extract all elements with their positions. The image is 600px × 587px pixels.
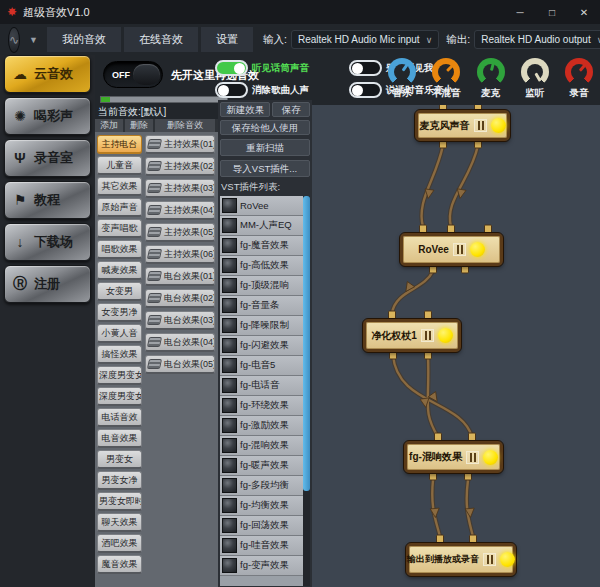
vst-plugin-item[interactable]: fg-回荡效果 (220, 516, 303, 536)
effect-preset[interactable]: 主持效果(04) (145, 201, 215, 220)
add-effect-tab[interactable]: 添加 (95, 119, 123, 132)
new-effect-button[interactable]: 新建效果 (220, 102, 270, 117)
toggle-switch[interactable] (349, 82, 382, 98)
volume-knob[interactable]: 麦克 (472, 58, 510, 100)
effect-category[interactable]: 主持电台 (97, 135, 142, 154)
volume-knob[interactable]: 录音 (560, 58, 598, 100)
effect-category[interactable]: 酒吧效果 (97, 534, 142, 553)
effect-category[interactable]: 男变女 (97, 450, 142, 469)
tab-online-effects[interactable]: 在线音效 (124, 27, 198, 52)
effect-category[interactable]: 搞怪效果 (97, 345, 142, 364)
effect-category[interactable]: 聊天效果 (97, 513, 142, 532)
vst-plugin-item[interactable]: fg-均衡效果 (220, 496, 303, 516)
vst-plugin-item[interactable]: fg-魔音效果 (220, 236, 303, 256)
effect-preset[interactable]: 电台效果(05) (145, 355, 215, 374)
effect-category[interactable]: 女变男净 (97, 303, 142, 322)
sidebar-item[interactable]: Ⓡ 注册 (4, 265, 91, 303)
effect-category[interactable]: 男变女净 (97, 471, 142, 490)
delete-effect-tab[interactable]: 删除 (125, 119, 153, 132)
vst-plugin-item[interactable]: fg-哇音效果 (220, 536, 303, 556)
vst-plugin-item[interactable]: fg-暖声效果 (220, 456, 303, 476)
node-settings-icon[interactable] (466, 451, 479, 464)
toggle-switch[interactable] (349, 60, 382, 76)
close-button[interactable]: ✕ (568, 0, 600, 24)
scrollbar-track[interactable] (303, 196, 310, 586)
effect-preset[interactable]: 主持效果(05) (145, 223, 215, 242)
master-off-switch[interactable]: OFF (103, 61, 163, 88)
node-settings-icon[interactable] (453, 243, 466, 256)
sidebar-item[interactable]: Ψ 录音室 (4, 139, 91, 177)
effect-category[interactable]: 原始声音 (97, 198, 142, 217)
import-vst-button[interactable]: 导入VST插件... (220, 160, 310, 177)
effect-category[interactable]: 深度男变女 (97, 366, 142, 385)
tab-settings[interactable]: 设置 (201, 27, 253, 52)
effect-preset[interactable]: 电台效果(04) (145, 333, 215, 352)
scrollbar-thumb[interactable] (303, 196, 310, 491)
volume-knob[interactable]: 监听 (516, 58, 554, 100)
vst-plugin-item[interactable]: fg-变声效果 (220, 556, 303, 576)
input-device-select[interactable]: Realtek HD Audio Mic input ∨ (291, 30, 439, 49)
effect-category[interactable]: 电音效果 (97, 429, 142, 448)
vst-plugin-item[interactable]: fg-音量条 (220, 296, 303, 316)
volume-knob[interactable]: 不混音 (427, 58, 465, 100)
effect-category[interactable]: 唱歌效果 (97, 240, 142, 259)
chevron-down-icon[interactable]: ▼ (29, 35, 38, 45)
effect-preset[interactable]: 电台效果(03) (145, 311, 215, 330)
vst-plugin-item[interactable]: fg-电音5 (220, 356, 303, 376)
vst-plugin-item[interactable]: fg-混响效果 (220, 436, 303, 456)
output-device-select[interactable]: Realtek HD Audio output ∨ (474, 30, 600, 49)
vst-plugin-item[interactable]: fg-环绕效果 (220, 396, 303, 416)
vst-plugin-item[interactable]: fg-电话音 (220, 376, 303, 396)
graph-node-purifier[interactable]: 净化权杖1 (363, 319, 461, 352)
volume-knob[interactable]: 音乐 (383, 58, 421, 100)
effect-preset[interactable]: 主持效果(01) (145, 135, 215, 154)
knob-dial[interactable] (432, 58, 460, 86)
effect-category[interactable]: 深度男变女+混响 (97, 387, 142, 406)
vst-plugin-item[interactable]: fg-闪避效果 (220, 336, 303, 356)
knob-dial[interactable] (477, 58, 505, 86)
effect-category[interactable]: 变声唱歌 (97, 219, 142, 238)
effect-category[interactable]: 喊麦效果 (97, 261, 142, 280)
knob-dial[interactable] (565, 58, 593, 86)
effect-preset[interactable]: 主持效果(06) (145, 245, 215, 264)
sidebar-item[interactable]: ☁ 云音效 (4, 55, 91, 93)
sidebar-item[interactable]: ↓ 下载场 (4, 223, 91, 261)
vst-plugin-item[interactable]: fg-降噪限制 (220, 316, 303, 336)
sidebar-item[interactable]: ⚑ 教程 (4, 181, 91, 219)
minimize-button[interactable]: ─ (504, 0, 536, 24)
toggle-switch[interactable] (215, 60, 248, 76)
vst-plugin-item[interactable]: fg-多段均衡 (220, 476, 303, 496)
sidebar-item[interactable]: ✺ 喝彩声 (4, 97, 91, 135)
effect-preset[interactable]: 主持效果(02) (145, 157, 215, 176)
vst-plugin-item[interactable]: MM-人声EQ (220, 216, 303, 236)
vst-plugin-item[interactable]: fg-激励效果 (220, 416, 303, 436)
knob-dial[interactable] (521, 58, 549, 86)
effect-category[interactable]: 女变男 (97, 282, 142, 301)
effect-category[interactable]: 其它效果 (97, 177, 142, 196)
effect-category[interactable]: 小黄人音 (97, 324, 142, 343)
save-for-others-button[interactable]: 保存给他人使用 (220, 120, 310, 135)
graph-node-reverb[interactable]: fg-混响效果 (404, 441, 503, 473)
effect-preset[interactable]: 电台效果(02) (145, 289, 215, 308)
effect-category[interactable]: 男变女即时 (97, 492, 142, 511)
effect-category[interactable]: 儿童音 (97, 156, 142, 175)
tab-my-effects[interactable]: 我的音效 (47, 27, 121, 52)
knob-dial[interactable] (388, 58, 416, 86)
effect-preset[interactable]: 电台效果(01) (145, 267, 215, 286)
node-settings-icon[interactable] (474, 119, 487, 132)
effect-category[interactable]: 魔音效果 (97, 555, 142, 574)
delete-sound-tab[interactable]: 删除音效 (155, 119, 215, 132)
save-button[interactable]: 保存 (272, 102, 310, 117)
effect-preset[interactable]: 主持效果(03) (145, 179, 215, 198)
graph-node-rovee[interactable]: RoVee (400, 233, 503, 266)
graph-node-mic-input[interactable]: 麦克风声音 (415, 110, 510, 141)
node-settings-icon[interactable] (483, 553, 496, 566)
node-graph-canvas[interactable]: 麦克风声音 RoVee 净化权杖1 fg-混响效果 输出到播放或录音 (312, 105, 600, 587)
node-settings-icon[interactable] (421, 329, 434, 342)
toggle-switch[interactable] (215, 82, 248, 98)
graph-node-output[interactable]: 输出到播放或录音 (406, 543, 516, 576)
maximize-button[interactable]: □ (536, 0, 568, 24)
logo-button[interactable]: ∿ (8, 27, 20, 53)
vst-plugin-item[interactable]: fg-顶级混响 (220, 276, 303, 296)
rescan-button[interactable]: 重新扫描 (220, 139, 310, 156)
